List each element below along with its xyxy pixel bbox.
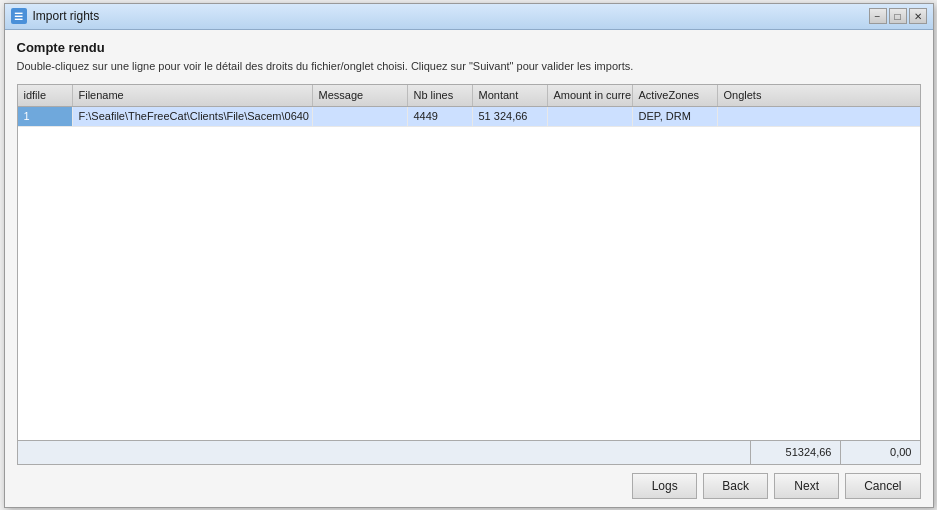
- restore-button[interactable]: □: [889, 8, 907, 24]
- section-description: Double-cliquez sur une ligne pour voir l…: [17, 59, 921, 74]
- total-amount: 0,00: [840, 441, 920, 464]
- col-header-message: Message: [313, 85, 408, 106]
- buttons-row: Logs Back Next Cancel: [17, 473, 921, 499]
- col-header-filename: Filename: [73, 85, 313, 106]
- window-title: Import rights: [33, 9, 869, 23]
- table-row[interactable]: 1 F:\Seafile\TheFreeCat\Clients\File \Sa…: [18, 107, 920, 127]
- table-totals-row: 51324,66 0,00: [18, 440, 920, 464]
- col-header-idfile: idfile: [18, 85, 73, 106]
- next-button[interactable]: Next: [774, 473, 839, 499]
- col-header-montant: Montant: [473, 85, 548, 106]
- table-header: idfile Filename Message Nb lines Montant…: [18, 85, 920, 107]
- total-montant: 51324,66: [750, 441, 840, 464]
- back-button[interactable]: Back: [703, 473, 768, 499]
- table-body: 1 F:\Seafile\TheFreeCat\Clients\File \Sa…: [18, 107, 920, 440]
- cell-montant: 51 324,66: [473, 107, 548, 126]
- cell-message: [313, 107, 408, 126]
- cell-activezones: DEP, DRM: [633, 107, 718, 126]
- cell-idfile: 1: [18, 107, 73, 126]
- cell-amountincurr: [548, 107, 633, 126]
- cell-onglets: [718, 107, 920, 126]
- cancel-button[interactable]: Cancel: [845, 473, 920, 499]
- col-header-onglets: Onglets: [718, 85, 920, 106]
- minimize-button[interactable]: −: [869, 8, 887, 24]
- import-rights-window: ☰ Import rights − □ ✕ Compte rendu Doubl…: [4, 3, 934, 508]
- cell-filename: F:\Seafile\TheFreeCat\Clients\File \Sace…: [73, 107, 313, 126]
- logs-button[interactable]: Logs: [632, 473, 697, 499]
- main-content: Compte rendu Double-cliquez sur une lign…: [5, 30, 933, 507]
- close-button[interactable]: ✕: [909, 8, 927, 24]
- title-bar: ☰ Import rights − □ ✕: [5, 4, 933, 30]
- cell-nblines: 4449: [408, 107, 473, 126]
- data-table: idfile Filename Message Nb lines Montant…: [17, 84, 921, 465]
- window-icon: ☰: [11, 8, 27, 24]
- col-header-nblines: Nb lines: [408, 85, 473, 106]
- window-controls: − □ ✕: [869, 8, 927, 24]
- col-header-activezones: ActiveZones: [633, 85, 718, 106]
- section-title: Compte rendu: [17, 40, 921, 55]
- col-header-amountincurr: Amount in curre: [548, 85, 633, 106]
